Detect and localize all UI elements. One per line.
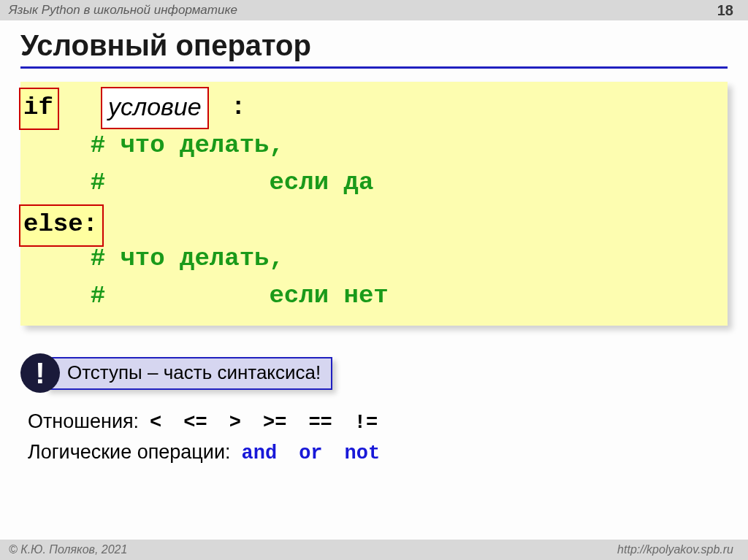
footer-url: http://kpolyakov.spb.ru bbox=[617, 543, 733, 556]
if-keyword-box: if bbox=[19, 88, 59, 130]
code-comment-2a: # что делать, bbox=[31, 240, 717, 278]
callout-text: Отступы – часть синтаксиса! bbox=[45, 357, 332, 390]
header-bar: Язык Python в школьной информатике 18 bbox=[0, 0, 748, 20]
footer-bar: © К.Ю. Поляков, 2021 http://kpolyakov.sp… bbox=[0, 540, 748, 560]
rel-op: > bbox=[229, 412, 241, 434]
slide-title: Условный оператор bbox=[20, 29, 728, 62]
logic-op: and bbox=[242, 442, 278, 464]
condition-box: условие bbox=[101, 87, 209, 129]
colon: : bbox=[231, 89, 245, 127]
code-comment-2b: # если нет bbox=[31, 277, 717, 315]
code-comment-1a: # что делать, bbox=[31, 127, 717, 165]
else-keyword-box: else: bbox=[19, 204, 104, 247]
logic-op: not bbox=[345, 442, 381, 464]
header-title: Язык Python в школьной информатике bbox=[9, 3, 237, 18]
slide-content: Условный оператор if условие : # что дел… bbox=[0, 20, 748, 464]
rel-op: == bbox=[308, 412, 332, 434]
callout-row: ! Отступы – часть синтаксиса! bbox=[20, 353, 728, 393]
relations-row: Отношения: < <= > >= == != bbox=[20, 410, 728, 434]
logic-label: Логические операции: bbox=[28, 441, 230, 463]
rel-op: != bbox=[354, 412, 378, 434]
exclamation-icon: ! bbox=[20, 353, 60, 393]
relations-label: Отношения: bbox=[28, 410, 139, 432]
rel-op: <= bbox=[183, 412, 207, 434]
rel-op: < bbox=[150, 412, 161, 434]
code-block: if условие : # что делать, # если да els… bbox=[20, 82, 728, 326]
logic-row: Логические операции: and or not bbox=[20, 441, 728, 464]
logic-op: or bbox=[299, 442, 322, 464]
copyright: © К.Ю. Поляков, 2021 bbox=[9, 543, 127, 556]
title-underline bbox=[20, 66, 728, 69]
page-number: 18 bbox=[717, 2, 733, 19]
rel-op: >= bbox=[263, 412, 286, 434]
code-comment-1b: # если да bbox=[31, 164, 717, 202]
